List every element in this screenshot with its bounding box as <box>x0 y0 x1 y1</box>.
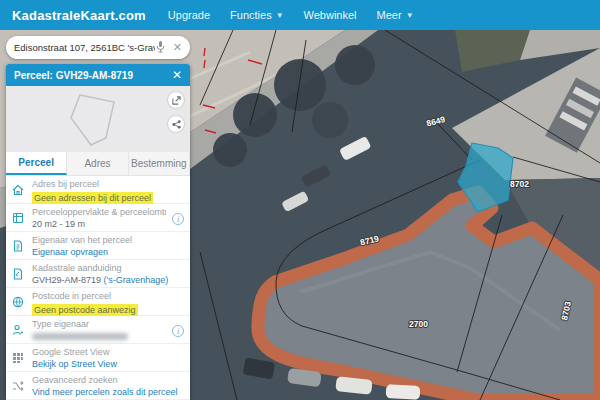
row-value-highlighted: Geen postcode aanwezig <box>32 304 138 316</box>
row-label: Geavanceerd zoeken <box>32 375 184 386</box>
search-input[interactable]: Edisonstraat 107, 2561BC 's-Gravenhage <box>14 42 155 53</box>
site-logo[interactable]: KadastraleKaart.com <box>12 8 146 23</box>
row-label: Eigenaar van het perceel <box>32 235 184 246</box>
globe-icon <box>12 291 26 315</box>
row-value-highlighted: Geen adressen bij dit perceel <box>32 192 153 204</box>
row-label: Type eigenaar <box>32 319 166 330</box>
parcel-detail-rows: Adres bij perceel Geen adressen bij dit … <box>6 176 190 400</box>
row-label: Adres bij perceel <box>32 179 184 190</box>
advanced-search-icon <box>12 375 26 399</box>
nav-item-functies[interactable]: Functies▼ <box>230 9 284 21</box>
row-value: 20 m2 - 19 m <box>32 218 166 230</box>
row-adres-bij-perceel[interactable]: Adres bij perceel Geen adressen bij dit … <box>6 176 190 204</box>
row-value-link[interactable]: Vind meer percelen zoals dit perceel <box>32 386 184 398</box>
tab-bestemming[interactable]: Bestemming <box>129 152 190 175</box>
municipality-link[interactable]: ('s-Gravenhage) <box>104 275 169 285</box>
row-eigenaar[interactable]: Eigenaar van het perceel Eigenaar opvrag… <box>6 232 190 260</box>
row-value-link[interactable]: Eigenaar opvragen <box>32 246 184 258</box>
row-label: Postcode in perceel <box>32 291 184 302</box>
row-label: Google Street View <box>32 347 184 358</box>
nav-item-meer[interactable]: Meer▼ <box>377 9 414 21</box>
row-geavanceerd-zoeken[interactable]: Geavanceerd zoeken Vind meer percelen zo… <box>6 372 190 400</box>
row-label: Kadastrale aanduiding <box>32 263 184 274</box>
tab-adres[interactable]: Adres <box>67 152 128 175</box>
parcel-label-8702: 8702 <box>510 179 529 189</box>
top-navigation-bar: KadastraleKaart.com Upgrade Functies▼ We… <box>0 0 600 30</box>
area-icon <box>12 207 26 231</box>
nav-menu: Upgrade Functies▼ Webwinkel Meer▼ <box>168 9 414 21</box>
parcel-outline-shape <box>50 90 146 148</box>
parcel-info-panel: Perceel: GVH29-AM-8719 ✕ Perceel Adres B… <box>6 64 190 400</box>
home-icon <box>12 179 26 203</box>
person-icon <box>12 319 26 343</box>
share-icon[interactable] <box>168 116 184 132</box>
row-kadastrale-aanduiding[interactable]: Kadastrale aanduiding GVH29-AM-8719 ('s-… <box>6 260 190 288</box>
row-postcode[interactable]: Postcode in perceel Geen postcode aanwez… <box>6 288 190 316</box>
microphone-icon[interactable] <box>155 39 167 57</box>
row-label: Perceeloppervlakte & perceelomtrek <box>32 207 166 218</box>
row-value: GVH29-AM-8719 ('s-Gravenhage) <box>32 274 184 286</box>
panel-title: Perceel: GVH29-AM-8719 <box>14 70 172 81</box>
redacted-value <box>32 333 128 340</box>
row-value-link[interactable]: Bekijk op Street View <box>32 358 184 370</box>
row-type-eigenaar[interactable]: Type eigenaar i <box>6 316 190 344</box>
parcel-preview <box>6 86 190 152</box>
row-street-view[interactable]: Google Street View Bekijk op Street View <box>6 344 190 372</box>
open-external-icon[interactable] <box>168 92 184 108</box>
nav-item-upgrade[interactable]: Upgrade <box>168 9 210 21</box>
chevron-down-icon: ▼ <box>276 11 284 20</box>
info-icon[interactable]: i <box>172 213 184 225</box>
panel-tabs: Perceel Adres Bestemming <box>6 152 190 176</box>
search-clear-icon[interactable]: ✕ <box>173 41 182 54</box>
cadastral-document-icon <box>12 263 26 287</box>
panel-close-icon[interactable]: ✕ <box>172 69 182 81</box>
panel-header: Perceel: GVH29-AM-8719 ✕ <box>6 64 190 86</box>
chevron-down-icon: ▼ <box>406 11 414 20</box>
tab-perceel[interactable]: Perceel <box>6 152 67 175</box>
info-icon[interactable]: i <box>172 325 184 337</box>
row-perceeloppervlakte[interactable]: Perceeloppervlakte & perceelomtrek 20 m2… <box>6 204 190 232</box>
parcel-label-2700: 2700 <box>409 319 428 329</box>
street-view-icon <box>12 347 26 371</box>
search-box[interactable]: Edisonstraat 107, 2561BC 's-Gravenhage ✕ <box>6 36 190 59</box>
nav-item-webwinkel[interactable]: Webwinkel <box>304 9 357 21</box>
owner-document-icon <box>12 235 26 259</box>
